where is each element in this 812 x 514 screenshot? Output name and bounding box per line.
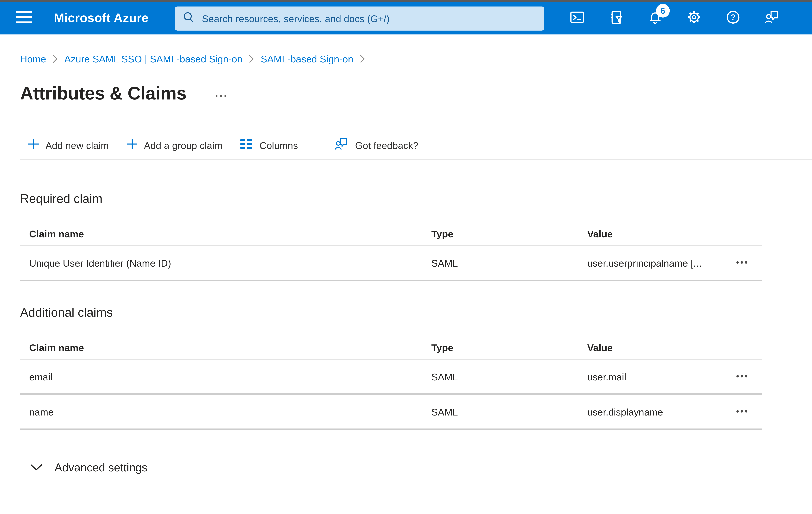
claim-type-cell: SAML: [422, 371, 578, 382]
topbar-icon-group: 6 ?: [569, 10, 781, 27]
directory-filter-button[interactable]: [608, 10, 625, 27]
directory-filter-icon: [608, 9, 625, 27]
column-header-claim-name: Claim name: [20, 342, 422, 353]
plus-icon: [28, 138, 39, 152]
row-menu-button[interactable]: •••: [731, 406, 754, 417]
claim-type-cell: SAML: [422, 406, 578, 417]
add-group-claim-button[interactable]: Add a group claim: [126, 138, 223, 152]
got-feedback-label: Got feedback?: [355, 139, 418, 151]
cloud-shell-button[interactable]: [569, 10, 586, 27]
breadcrumb: Home Azure SAML SSO | SAML-based Sign-on…: [20, 53, 812, 64]
chevron-down-icon: [31, 463, 42, 472]
page-title: Attributes & Claims: [20, 83, 186, 104]
feedback-icon: [334, 137, 349, 154]
columns-icon: [240, 138, 253, 152]
page-header: Attributes & Claims ...: [20, 81, 812, 106]
page-more-menu-button[interactable]: ...: [214, 90, 230, 97]
required-claim-heading: Required claim: [20, 191, 812, 207]
hamburger-icon: [16, 11, 32, 25]
command-bar: Add new claim Add a group claim Columns …: [0, 137, 812, 154]
azure-portal-page: Microsoft Azure 6: [0, 0, 812, 514]
additional-claims-heading: Additional claims: [20, 305, 812, 321]
breadcrumb-link-saml-signon[interactable]: SAML-based Sign-on: [261, 53, 353, 64]
column-header-type: Type: [422, 342, 578, 353]
column-header-value: Value: [578, 342, 723, 353]
claim-name-cell: name: [20, 406, 422, 417]
got-feedback-button[interactable]: Got feedback?: [334, 137, 418, 154]
add-new-claim-label: Add new claim: [46, 139, 109, 151]
toolbar-divider: [316, 137, 316, 154]
table-row: name SAML user.displayname •••: [20, 395, 762, 430]
row-menu-button[interactable]: •••: [731, 371, 754, 382]
claim-value-cell: user.displayname: [578, 406, 723, 417]
search-icon: [182, 11, 195, 26]
toolbar-rule: [20, 159, 812, 160]
breadcrumb-separator-icon: [360, 55, 365, 63]
notifications-button[interactable]: 6: [647, 10, 664, 27]
columns-label: Columns: [260, 139, 298, 151]
plus-icon: [126, 138, 137, 152]
claim-type-cell: SAML: [422, 257, 578, 268]
claim-name-cell: Unique User Identifier (Name ID): [20, 257, 422, 268]
settings-button[interactable]: [686, 10, 703, 27]
global-search: [175, 6, 544, 30]
claim-value-cell: user.mail: [578, 371, 723, 382]
breadcrumb-separator-icon: [249, 55, 254, 63]
help-icon: ?: [725, 9, 742, 27]
column-header-claim-name: Claim name: [20, 228, 422, 239]
column-header-type: Type: [422, 228, 578, 239]
svg-text:?: ?: [731, 13, 736, 22]
notification-count-badge: 6: [656, 4, 670, 18]
add-group-claim-label: Add a group claim: [144, 139, 223, 151]
breadcrumb-separator-icon: [53, 55, 58, 63]
product-title: Microsoft Azure: [54, 11, 149, 25]
topbar: Microsoft Azure 6: [0, 2, 812, 34]
columns-button[interactable]: Columns: [240, 138, 298, 152]
row-menu-button[interactable]: •••: [731, 257, 754, 269]
claim-name-cell: email: [20, 371, 422, 382]
add-new-claim-button[interactable]: Add new claim: [28, 138, 109, 152]
claim-value-cell: user.userprincipalname [...: [578, 257, 723, 268]
additional-claims-table: Claim name Type Value email SAML user.ma…: [20, 335, 762, 430]
column-header-value: Value: [578, 228, 723, 239]
feedback-icon: [764, 9, 781, 27]
window-edge-strip: [0, 0, 812, 2]
advanced-settings-label: Advanced settings: [55, 461, 147, 474]
breadcrumb-link-home[interactable]: Home: [20, 53, 46, 64]
breadcrumb-link-app[interactable]: Azure SAML SSO | SAML-based Sign-on: [64, 53, 242, 64]
table-header-row: Claim name Type Value: [20, 222, 762, 246]
search-input[interactable]: [201, 12, 536, 24]
gear-icon: [686, 9, 702, 27]
advanced-settings-toggle[interactable]: Advanced settings: [31, 455, 147, 480]
help-button[interactable]: ?: [725, 10, 742, 27]
table-row: Unique User Identifier (Name ID) SAML us…: [20, 246, 762, 281]
table-header-row: Claim name Type Value: [20, 335, 762, 359]
feedback-button[interactable]: [764, 10, 781, 27]
required-claim-table: Claim name Type Value Unique User Identi…: [20, 222, 762, 281]
table-row: email SAML user.mail •••: [20, 359, 762, 395]
cloud-shell-icon: [569, 9, 586, 27]
hamburger-menu-button[interactable]: [13, 8, 34, 28]
